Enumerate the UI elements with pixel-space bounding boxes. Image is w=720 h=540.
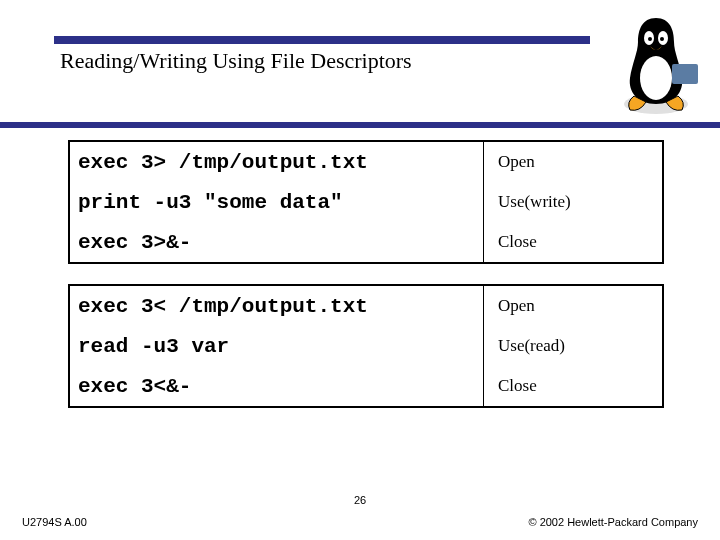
command-cell: print -u3 "some data" [70,182,484,222]
description-cell: Use(write) [484,192,662,212]
command-cell: exec 3> /tmp/output.txt [70,142,484,182]
table-row: read -u3 var Use(read) [70,326,662,366]
description-cell: Open [484,296,662,316]
svg-point-1 [640,56,672,100]
svg-point-4 [648,37,652,41]
footer-copyright: © 2002 Hewlett-Packard Company [528,516,698,528]
table-row: exec 3<&- Close [70,366,662,406]
command-cell: exec 3<&- [70,366,484,406]
command-cell: exec 3>&- [70,222,484,262]
read-descriptor-table: exec 3< /tmp/output.txt Open read -u3 va… [68,284,664,408]
command-cell: exec 3< /tmp/output.txt [70,286,484,326]
page-title: Reading/Writing Using File Descriptors [60,48,412,74]
table-row: exec 3>&- Close [70,222,662,262]
description-cell: Open [484,152,662,172]
header-rule [54,36,590,44]
hp-logo-icon [672,64,698,84]
header-underline [0,122,720,128]
page-number: 26 [354,494,366,506]
footer-course-id: U2794S A.00 [22,516,87,528]
write-descriptor-table: exec 3> /tmp/output.txt Open print -u3 "… [68,140,664,264]
svg-point-5 [660,37,664,41]
description-cell: Close [484,376,662,396]
command-cell: read -u3 var [70,326,484,366]
table-row: exec 3< /tmp/output.txt Open [70,286,662,326]
table-row: exec 3> /tmp/output.txt Open [70,142,662,182]
table-row: print -u3 "some data" Use(write) [70,182,662,222]
description-cell: Close [484,232,662,252]
description-cell: Use(read) [484,336,662,356]
